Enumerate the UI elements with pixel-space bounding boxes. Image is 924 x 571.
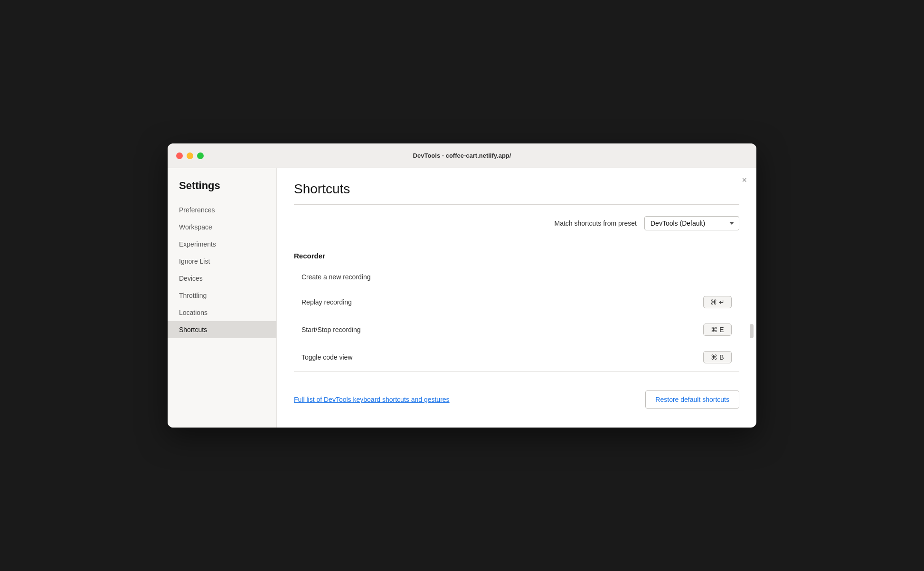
preset-row: Match shortcuts from preset DevTools (De…: [294, 205, 739, 242]
main-content: × Shortcuts Match shortcuts from preset …: [277, 168, 756, 428]
sidebar-item-preferences[interactable]: Preferences: [168, 201, 276, 219]
preset-select[interactable]: DevTools (Default) Visual Studio Code: [644, 216, 739, 230]
footer-row: Full list of DevTools keyboard shortcuts…: [294, 377, 739, 414]
shortcut-row-replay: Replay recording ⌘ ↵: [294, 288, 739, 316]
shortcut-keys-startstop: ⌘ E: [703, 324, 732, 336]
shortcut-row-codeview: Toggle code view ⌘ B: [294, 343, 739, 371]
shortcut-row-create: Create a new recording: [294, 266, 739, 288]
window-controls: [176, 152, 204, 159]
section-divider-bottom: [294, 371, 739, 371]
close-window-button[interactable]: [176, 152, 183, 159]
keyboard-shortcuts-link[interactable]: Full list of DevTools keyboard shortcuts…: [294, 396, 450, 403]
shortcut-name-codeview: Toggle code view: [302, 353, 703, 361]
kbd-startstop: ⌘ E: [703, 324, 732, 336]
restore-defaults-button[interactable]: Restore default shortcuts: [645, 390, 739, 409]
sidebar-item-devices[interactable]: Devices: [168, 270, 276, 287]
sidebar-item-throttling[interactable]: Throttling: [168, 287, 276, 304]
window-title: DevTools - coffee-cart.netlify.app/: [413, 152, 511, 159]
scrollbar-thumb: [750, 324, 754, 338]
preset-label: Match shortcuts from preset: [554, 219, 637, 227]
sidebar-item-workspace[interactable]: Workspace: [168, 219, 276, 236]
recorder-section: Recorder Create a new recording Replay r…: [294, 242, 739, 371]
maximize-window-button[interactable]: [197, 152, 204, 159]
kbd-replay: ⌘ ↵: [703, 296, 732, 308]
shortcut-keys-codeview: ⌘ B: [703, 351, 732, 363]
sidebar-heading: Settings: [168, 180, 276, 201]
shortcut-name-replay: Replay recording: [302, 298, 703, 306]
shortcut-name-startstop: Start/Stop recording: [302, 326, 703, 333]
page-title: Shortcuts: [294, 181, 739, 197]
sidebar-item-locations[interactable]: Locations: [168, 304, 276, 321]
sidebar-item-experiments[interactable]: Experiments: [168, 236, 276, 253]
dialog-close-button[interactable]: ×: [742, 176, 747, 184]
sidebar-item-ignore-list[interactable]: Ignore List: [168, 253, 276, 270]
titlebar: DevTools - coffee-cart.netlify.app/: [168, 143, 756, 168]
sidebar-item-shortcuts[interactable]: Shortcuts: [168, 321, 276, 338]
recorder-section-title: Recorder: [294, 242, 739, 266]
kbd-codeview: ⌘ B: [703, 351, 732, 363]
devtools-window: DevTools - coffee-cart.netlify.app/ Sett…: [168, 143, 756, 428]
content-area: Settings Preferences Workspace Experimen…: [168, 168, 756, 428]
minimize-window-button[interactable]: [187, 152, 193, 159]
sidebar: Settings Preferences Workspace Experimen…: [168, 168, 277, 428]
shortcut-keys-replay: ⌘ ↵: [703, 296, 732, 308]
shortcut-name-create: Create a new recording: [302, 273, 732, 281]
shortcut-row-startstop: Start/Stop recording ⌘ E: [294, 316, 739, 343]
